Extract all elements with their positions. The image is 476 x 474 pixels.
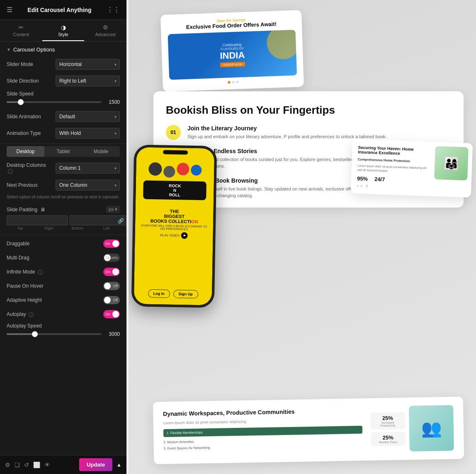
workspace-title: Dynamic Workspaces, Productive Communiti… — [163, 407, 362, 418]
insurance-dots: ⟨⟩ — [357, 184, 465, 191]
insurance-title: Securing Your Haven: Home Insurance Exce… — [358, 145, 430, 156]
tab-advanced[interactable]: ⚙ Advanced — [84, 20, 126, 41]
padding-unit[interactable]: px ▾ — [106, 206, 120, 213]
preview-content: Save the Savings Exclusive Food Order Of… — [129, 0, 476, 474]
multi-drag-state: Disable — [106, 256, 118, 260]
slide-speed-thumb[interactable] — [18, 99, 24, 105]
animation-type-wrapper: With Hold Without Hold — [56, 128, 120, 139]
animation-type-select[interactable]: With Hold Without Hold — [56, 128, 120, 139]
draggable-toggle[interactable]: On — [103, 239, 120, 248]
padding-top-input[interactable] — [7, 215, 68, 225]
responsive-icon[interactable]: ⬜ — [33, 462, 40, 468]
draggable-row: Draggable On — [0, 237, 126, 251]
autoplay-speed-slider: 3000 — [7, 331, 120, 337]
phone-mockup: ROCKNROLL THEBIGGESTBOOKS COLLECTION EVE… — [131, 144, 217, 308]
slider-mode-select[interactable]: Horizontal Vertical — [56, 59, 120, 70]
food-card: Save the Savings Exclusive Food Order Of… — [160, 10, 304, 92]
hamburger-icon[interactable]: ☰ — [7, 6, 12, 14]
next-previous-select[interactable]: One Column Two Columns — [56, 180, 120, 191]
desktop-columns-select[interactable]: Column 1 Column 2 Column 3 — [56, 163, 120, 173]
desktop-columns-row: Desktop Columns i Column 1 Column 2 Colu… — [0, 159, 126, 177]
autoplay-speed-thumb[interactable] — [32, 331, 38, 337]
device-tab-desktop[interactable]: Desktop — [7, 146, 44, 157]
draggable-state: On — [105, 242, 110, 246]
next-previous-row: Next Previous One Column Two Columns — [0, 177, 126, 193]
workspace-card: Dynamic Workspaces, Productive Communiti… — [153, 396, 464, 464]
link-icon[interactable]: 🔗 — [118, 218, 124, 224]
device-tab-mobile[interactable]: Mobile — [82, 146, 120, 157]
pause-on-hover-row: Pause On Hover Off — [0, 279, 126, 293]
adaptive-height-toggle[interactable]: Off — [103, 296, 120, 304]
history-icon[interactable]: ↺ — [24, 462, 29, 468]
infinite-mode-toggle[interactable]: On — [103, 268, 120, 276]
main-title: Bookish Bliss on Your Fingertips — [166, 104, 451, 117]
insurance-sub: Comprehensive Home Protection — [358, 157, 429, 164]
phone-inner: ROCKNROLL THEBIGGESTBOOKS COLLECTION EVE… — [134, 147, 215, 305]
eye-icon[interactable]: 👁 — [44, 462, 50, 468]
play-btn[interactable]: ▶ — [181, 232, 188, 239]
stat-1-num: 95% — [357, 175, 368, 182]
food-dot-3 — [236, 81, 239, 83]
panel-title: Edit Carousel Anything — [27, 7, 91, 13]
slide-speed-track[interactable] — [7, 101, 101, 103]
layers-icon[interactable]: ❑ — [15, 462, 20, 468]
tab-style[interactable]: ◑ Style — [42, 20, 85, 41]
padding-label-bottom: Bottom — [64, 226, 91, 230]
padding-inputs — [7, 215, 120, 225]
update-button[interactable]: Update — [79, 458, 112, 471]
autoplay-toggle[interactable]: On — [103, 310, 120, 318]
slide-direction-wrapper: Right to Left Left to Right — [56, 76, 120, 86]
info-icon-autoplay: i — [29, 312, 34, 317]
multi-drag-label: Multi Drag — [7, 255, 103, 261]
desktop-columns-label: Desktop Columns i — [7, 162, 52, 174]
workspace-right: 25% Increased Productivity 25% Monthly P… — [370, 405, 454, 452]
device-tab-tablet[interactable]: Tablet — [44, 146, 82, 157]
infinite-mode-state: On — [105, 270, 110, 274]
rock-roll-badge: ROCKNROLL — [143, 181, 206, 200]
food-card-image: Celebrating FLAVOURS OF INDIA ORDER NOW — [168, 30, 297, 80]
phone-buttons: Log In Sign Up — [148, 289, 198, 301]
india-banner-text: Celebrating FLAVOURS OF INDIA ORDER NOW — [219, 42, 245, 67]
phone-signup-btn[interactable]: Sign Up — [173, 290, 198, 298]
circle-3 — [177, 163, 189, 176]
pause-on-hover-toggle[interactable]: Off — [103, 282, 120, 290]
tab-content[interactable]: ✏ Content — [0, 20, 42, 41]
padding-label-right: Right — [35, 226, 62, 230]
insurance-card: 👨‍👩‍👧 Securing Your Haven: Home Insuranc… — [351, 139, 473, 198]
slide-animation-select[interactable]: Default Fade — [56, 111, 120, 122]
step-content-1: Join the Literary Journey Sign up and em… — [187, 125, 387, 140]
play-icon: ▶ — [184, 234, 186, 237]
slider-mode-label: Slider Mode — [7, 61, 52, 67]
circle-1 — [148, 162, 162, 176]
settings-icon[interactable]: ⚙ — [5, 462, 10, 468]
phone-subtitle: EVERYONE WILL FIND A BOOK ACCORDING TO H… — [139, 224, 209, 231]
slide-animation-row: Slide Animation Default Fade — [0, 108, 126, 125]
ws-stat-2-num: 25% — [374, 434, 402, 441]
food-circle-deco — [266, 30, 297, 60]
ins-dot-1 — [357, 185, 359, 187]
order-btn[interactable]: ORDER NOW — [220, 62, 245, 67]
ws-stat-1-num: 25% — [374, 415, 401, 421]
multi-drag-row: Multi Drag Disable — [0, 251, 126, 265]
autoplay-row: Autoplay i On — [0, 307, 126, 321]
chevron-up-icon[interactable]: ▲ — [117, 462, 121, 468]
workspace-desc: Lorem ipsum dolor sit amet consectetur a… — [163, 418, 362, 425]
device-tabs: Desktop Tablet Mobile — [7, 146, 120, 157]
help-text: Select option of column scroll on previo… — [0, 193, 126, 203]
multi-drag-toggle[interactable]: Disable — [103, 254, 120, 262]
next-previous-label: Next Previous — [7, 182, 52, 188]
slide-speed-row: Slide Speed 1500 — [0, 89, 126, 108]
bottom-spacer — [0, 340, 126, 365]
slide-animation-wrapper: Default Fade — [56, 111, 120, 122]
next-previous-wrapper: One Column Two Columns — [56, 180, 120, 191]
autoplay-speed-track[interactable] — [7, 333, 101, 335]
slide-direction-row: Slide Direction Right to Left Left to Ri… — [0, 73, 126, 89]
phone-notch — [163, 150, 188, 155]
step-row-1: 01 Join the Literary Journey Sign up and… — [166, 125, 451, 140]
slide-direction-select[interactable]: Right to Left Left to Right — [56, 76, 120, 86]
grid-icon[interactable]: ⋮⋮ — [107, 6, 120, 14]
phone-login-btn[interactable]: Log In — [148, 289, 170, 298]
section-carousel-options[interactable]: ▼ Carousel Options — [0, 42, 126, 56]
panel-tabs: ✏ Content ◑ Style ⚙ Advanced — [0, 20, 126, 42]
adaptive-height-row: Adaptive Height Off — [0, 293, 126, 307]
